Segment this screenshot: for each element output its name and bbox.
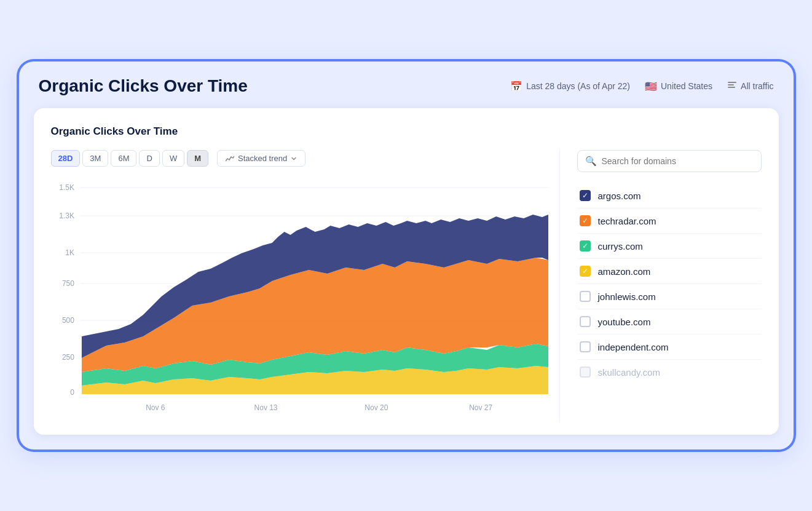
list-item[interactable]: ✓ amazon.com: [577, 259, 762, 284]
svg-text:500: 500: [61, 316, 74, 325]
trend-button[interactable]: Stacked trend: [217, 150, 305, 167]
list-item[interactable]: ✓ techradar.com: [577, 208, 762, 234]
domain-name-argos: argos.com: [598, 191, 641, 201]
time-btn-6m[interactable]: 6M: [111, 150, 136, 167]
traffic-icon: [727, 80, 737, 92]
svg-text:Nov 20: Nov 20: [365, 403, 388, 412]
card-title: Organic Clicks Over Time: [51, 125, 762, 138]
traffic-control[interactable]: All traffic: [727, 80, 773, 92]
svg-rect-2: [728, 87, 735, 88]
domain-name-johnlewis: johnlewis.com: [598, 291, 656, 302]
list-item[interactable]: ✓ currys.com: [577, 234, 762, 259]
main-card: Organic Clicks Over Time 28D 3M 6M D W M…: [34, 108, 779, 435]
flag-icon: 🇺🇸: [645, 81, 657, 92]
svg-text:1.3K: 1.3K: [59, 212, 74, 220]
date-range-control[interactable]: 📅 Last 28 days (As of Apr 22): [510, 81, 630, 92]
time-btn-w[interactable]: W: [162, 150, 184, 167]
time-btn-m[interactable]: M: [187, 150, 208, 167]
chart-svg: 1.5K 1.3K 1K 750 500 250 0: [51, 176, 554, 422]
domain-name-skullcandy: skullcandy.com: [598, 367, 660, 378]
domain-list: ✓ argos.com ✓ techradar.com ✓ currys.com: [577, 183, 762, 384]
trend-label: Stacked trend: [238, 154, 287, 163]
search-icon: 🔍: [585, 156, 597, 167]
list-item[interactable]: youtube.com: [577, 309, 762, 335]
domain-name-currys: currys.com: [598, 241, 643, 252]
checkbox-amazon[interactable]: ✓: [580, 266, 591, 277]
trend-icon: [226, 155, 234, 162]
time-btn-28d[interactable]: 28D: [51, 150, 81, 167]
chart-section: 28D 3M 6M D W M Stacked trend: [51, 150, 554, 422]
chart-area: 1.5K 1.3K 1K 750 500 250 0: [51, 176, 554, 422]
list-item[interactable]: skullcandy.com: [577, 360, 762, 384]
domain-name-independent: independent.com: [598, 342, 669, 352]
date-range-label: Last 28 days (As of Apr 22): [526, 81, 630, 91]
page-header: Organic Clicks Over Time 📅 Last 28 days …: [34, 76, 779, 96]
svg-text:1.5K: 1.5K: [59, 183, 74, 192]
svg-text:750: 750: [61, 279, 74, 288]
checkbox-independent[interactable]: [580, 341, 591, 352]
svg-text:0: 0: [70, 388, 74, 397]
checkbox-argos[interactable]: ✓: [580, 190, 591, 201]
domain-name-youtube: youtube.com: [598, 317, 651, 327]
domain-name-amazon: amazon.com: [598, 266, 651, 277]
list-item[interactable]: ✓ argos.com: [577, 183, 762, 208]
checkbox-currys[interactable]: ✓: [580, 240, 591, 252]
svg-text:1K: 1K: [65, 248, 74, 257]
checkbox-johnlewis[interactable]: [580, 291, 591, 302]
checkbox-skullcandy[interactable]: [580, 366, 591, 378]
chart-controls: 28D 3M 6M D W M Stacked trend: [51, 150, 554, 167]
svg-text:Nov 6: Nov 6: [146, 403, 165, 412]
page-title: Organic Clicks Over Time: [39, 76, 248, 96]
time-btn-3m[interactable]: 3M: [82, 150, 108, 167]
chevron-down-icon: [291, 156, 297, 162]
country-label: United States: [661, 81, 712, 91]
time-btn-d[interactable]: D: [139, 150, 159, 167]
svg-text:Nov 27: Nov 27: [469, 403, 492, 412]
checkbox-youtube[interactable]: [580, 316, 591, 327]
domain-section: 🔍 ✓ argos.com ✓ techradar.com: [565, 150, 762, 422]
outer-container: Organic Clicks Over Time 📅 Last 28 days …: [19, 61, 794, 450]
country-control[interactable]: 🇺🇸 United States: [645, 81, 712, 92]
svg-text:Nov 13: Nov 13: [254, 403, 277, 412]
card-body: 28D 3M 6M D W M Stacked trend: [51, 150, 762, 422]
search-box[interactable]: 🔍: [577, 150, 762, 172]
svg-rect-1: [728, 84, 734, 85]
checkbox-techradar[interactable]: ✓: [580, 215, 591, 226]
list-item[interactable]: johnlewis.com: [577, 284, 762, 309]
section-divider: [559, 150, 560, 422]
svg-rect-0: [728, 82, 736, 83]
list-item[interactable]: independent.com: [577, 335, 762, 360]
search-input[interactable]: [602, 156, 754, 166]
svg-text:250: 250: [61, 353, 74, 362]
traffic-label: All traffic: [741, 81, 773, 91]
domain-name-techradar: techradar.com: [598, 216, 656, 226]
calendar-icon: 📅: [510, 81, 522, 92]
header-controls: 📅 Last 28 days (As of Apr 22) 🇺🇸 United …: [510, 80, 773, 92]
